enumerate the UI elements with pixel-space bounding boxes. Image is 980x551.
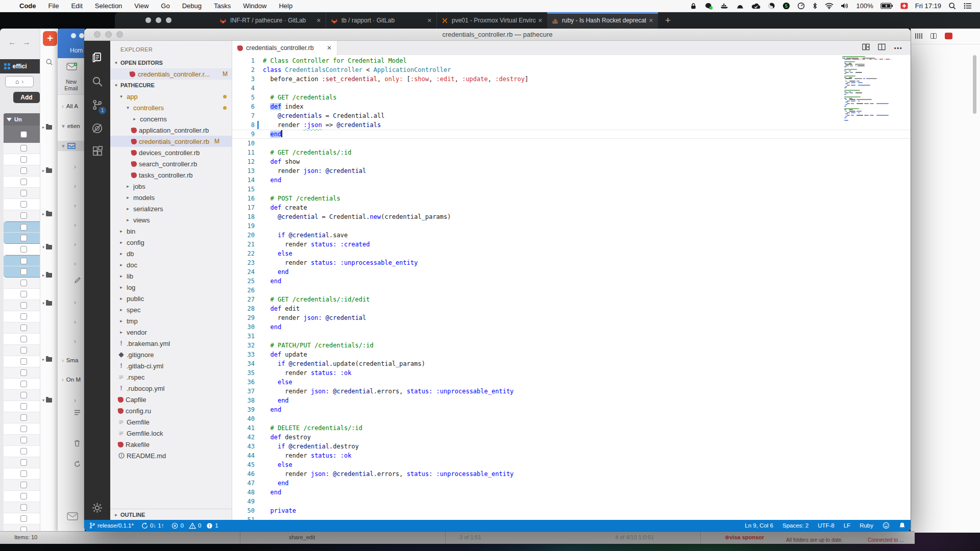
code-line-6[interactable]: 6 def index [232, 102, 911, 111]
code-line-36[interactable]: 36 else [232, 378, 911, 387]
explorer-item-vendor[interactable]: ▸vendor [110, 327, 232, 338]
code-line-30[interactable]: 30 end [232, 322, 911, 332]
close-tab-icon[interactable]: ✕ [427, 17, 432, 24]
explorer-item-readme-md[interactable]: README.md [110, 450, 232, 461]
code-line-25[interactable]: 25 end [232, 277, 911, 286]
green-s-menu-icon[interactable]: S [782, 2, 790, 10]
wifi-menu-icon[interactable] [825, 3, 834, 9]
row-checkbox[interactable] [20, 156, 27, 163]
explorer-item-rakefile[interactable]: Rakefile [110, 439, 232, 450]
more-actions-icon[interactable]: ⋯ [894, 43, 902, 53]
control-center-icon[interactable] [963, 3, 972, 9]
code-line-29[interactable]: 29 render json: @credential [232, 313, 911, 322]
row-checkbox[interactable] [20, 437, 27, 443]
code-line-9[interactable]: 9 end [232, 130, 911, 139]
folder-chevron-icon[interactable]: › [74, 397, 76, 404]
code-line-18[interactable]: 18 @credential = Credential.new(credenti… [232, 212, 911, 221]
row-checkbox[interactable] [20, 347, 27, 354]
folder-chevron-icon[interactable]: › [74, 221, 76, 229]
minimize-window-icon[interactable] [156, 17, 161, 23]
explorer-item--rubocop-yml[interactable]: !.rubocop.yml [110, 383, 232, 394]
folder-row[interactable]: ▸ [42, 212, 52, 216]
new-email-button[interactable]: New Email [58, 79, 85, 92]
row-checkbox[interactable] [20, 258, 27, 264]
plus-app-icon[interactable]: + [43, 31, 57, 46]
row-checkbox[interactable] [20, 280, 27, 286]
explorer-item-controllers[interactable]: ▾controllers [110, 102, 232, 113]
folder-chevron-icon[interactable]: › [74, 260, 76, 267]
mail-inbox-row[interactable]: ▾ [58, 141, 85, 151]
code-line-21[interactable]: 21 render status: :created [232, 240, 911, 249]
compose-icon[interactable] [74, 277, 81, 286]
folder-chevron-icon[interactable]: › [74, 163, 76, 170]
open-changes-icon[interactable] [862, 43, 870, 53]
mail-all-accounts[interactable]: ›All A [62, 103, 78, 109]
explorer-item--rspec[interactable]: .rspec [110, 371, 232, 383]
row-checkbox[interactable] [20, 246, 27, 253]
close-window-icon[interactable] [145, 17, 151, 23]
row-checkbox[interactable] [20, 470, 27, 477]
code-line-19[interactable]: 19 [232, 221, 911, 231]
notifications-bell-icon[interactable] [899, 522, 905, 529]
code-line-35[interactable]: 35 render status: :ok [232, 368, 911, 378]
explorer-item-gemfile[interactable]: Gemfile [110, 416, 232, 428]
code-editor[interactable]: 1# Class Controller for Credential Model… [232, 55, 911, 520]
explorer-item--brakeman-yml[interactable]: !.brakeman.yml [110, 338, 232, 349]
menu-item-edit[interactable]: Edit [71, 2, 82, 10]
explorer-item-credentials-controller-rb[interactable]: credentials_controller.rbM [110, 136, 232, 147]
select-all-checkbox[interactable] [20, 131, 27, 138]
code-line-4[interactable]: 4 [232, 84, 911, 93]
forward-arrow-icon[interactable]: → [22, 38, 31, 47]
row-checkbox[interactable] [20, 268, 27, 275]
row-checkbox[interactable] [20, 493, 27, 499]
outline-section[interactable]: ▸OUTLINE [110, 509, 232, 520]
row-checkbox[interactable] [20, 381, 27, 387]
folder-chevron-icon[interactable]: › [74, 183, 76, 190]
menu-item-go[interactable]: Go [161, 2, 169, 10]
code-line-33[interactable]: 33 def update [232, 350, 911, 359]
folder-row[interactable]: ▾ [42, 301, 52, 306]
code-line-23[interactable]: 23 render status: :unprocessable_entity [232, 258, 911, 267]
bell-menu-icon[interactable] [736, 2, 744, 10]
close-tab-icon[interactable]: ✕ [316, 17, 321, 24]
folder-chevron-icon[interactable]: › [74, 202, 76, 209]
row-checkbox[interactable] [20, 190, 27, 196]
folder-chevron-icon[interactable]: › [74, 299, 76, 306]
explorer-item-config[interactable]: ▸config [110, 237, 232, 248]
row-checkbox[interactable] [20, 392, 27, 398]
row-checkbox[interactable] [20, 403, 27, 410]
mail-folder-smart[interactable]: ›Sma [62, 357, 79, 363]
mail-folder-onmymac[interactable]: ›On M [62, 377, 81, 383]
code-line-2[interactable]: 2class CredentialsController < Applicati… [232, 65, 911, 74]
menu-item-help[interactable]: Help [279, 2, 292, 10]
code-line-37[interactable]: 37 render json: @credential.errors, stat… [232, 387, 911, 396]
refresh-icon[interactable] [74, 460, 81, 469]
extensions-activity-icon[interactable] [84, 140, 110, 163]
explorer-item-public[interactable]: ▸public [110, 293, 232, 304]
row-checkbox[interactable] [20, 179, 27, 185]
envelope-icon[interactable] [67, 512, 78, 522]
explorer-item-doc[interactable]: ▸doc [110, 259, 232, 270]
row-checkbox[interactable] [20, 302, 27, 309]
code-line-48[interactable]: 48 end [232, 488, 911, 497]
row-checkbox[interactable] [20, 145, 27, 152]
folder-chevron-icon[interactable]: › [74, 338, 76, 345]
row-checkbox[interactable] [20, 482, 27, 488]
bluetooth-menu-icon[interactable] [812, 2, 818, 10]
search-icon[interactable] [45, 58, 53, 68]
red-app-icon[interactable] [945, 33, 952, 39]
browser-tab-inf-rt[interactable]: INF-RT / pathecure · GitLab✕ [215, 12, 326, 29]
feedback-smiley-icon[interactable] [883, 522, 890, 529]
folder-row[interactable]: ▸ [42, 125, 52, 130]
code-line-42[interactable]: 42 def destroy [232, 433, 911, 442]
code-line-44[interactable]: 44 render status: :ok [232, 451, 911, 460]
explorer-item-concerns[interactable]: ▸concerns [110, 113, 232, 124]
search-activity-icon[interactable] [84, 69, 110, 93]
explorer-item-tmp[interactable]: ▸tmp [110, 315, 232, 327]
close-tab-icon[interactable]: ✕ [538, 17, 543, 24]
code-line-12[interactable]: 12 def show [232, 157, 911, 166]
new-tab-button[interactable]: + [658, 12, 678, 29]
editor-tab-credentials[interactable]: credentials_controller.rb ✕ [232, 41, 337, 55]
back-arrow-icon[interactable]: ← [8, 38, 16, 47]
explorer-item-config-ru[interactable]: config.ru [110, 405, 232, 416]
